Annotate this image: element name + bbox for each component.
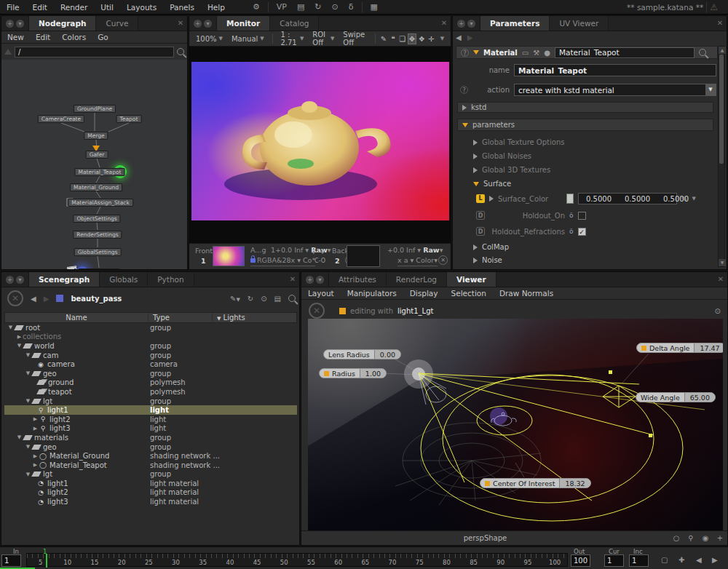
manip-center-of-interest[interactable]: Center Of Interest 18.32 <box>480 478 591 488</box>
scroll-down-icon[interactable]: ▼ <box>719 259 726 266</box>
link-icon[interactable]: C-O <box>314 258 325 264</box>
kstd-group[interactable]: kstd <box>457 102 713 113</box>
add-icon[interactable]: + <box>713 534 727 542</box>
scrollbar[interactable]: ▲ ▼ <box>718 46 725 267</box>
menu-render[interactable]: Render <box>54 0 94 15</box>
pixel-probe-icon[interactable]: ✎ <box>380 35 388 43</box>
node-search-input[interactable] <box>15 47 174 57</box>
clapperboard-icon[interactable]: ▦ <box>365 2 383 12</box>
manip-radius[interactable]: Radius 1.00 <box>319 368 387 378</box>
pane-menu-icon[interactable]: ▾ <box>16 20 24 28</box>
more-dropdown[interactable]: ▼ <box>437 36 448 41</box>
forward-icon[interactable]: ▶ <box>44 295 50 303</box>
zoom-dropdown[interactable]: 100%▼ <box>192 35 226 43</box>
tab-curve[interactable]: Curve <box>96 16 138 31</box>
frame-ruler[interactable]: 5101520253035404550556065707580859095100… <box>26 553 568 567</box>
manip-lens-radius[interactable]: Lens Radius 0.00 <box>323 349 401 359</box>
menu-edit[interactable]: Edit <box>30 31 56 43</box>
inc-field[interactable] <box>629 554 649 567</box>
tree-row-materials[interactable]: ▼materialsgroup <box>4 433 297 442</box>
ratio-dropdown[interactable]: 1 : 2.71▼ <box>277 31 307 47</box>
material-header[interactable]: ? Material ▭ ⚒ ● <box>456 46 718 59</box>
tree-row-light2[interactable]: ▶⚲light2light <box>4 415 297 424</box>
tree-row-material-ground[interactable]: ▶◯Material_Groundshading network ... <box>4 451 297 461</box>
roi-dropdown[interactable]: ROI Off▼ <box>309 31 338 47</box>
expand-icon[interactable] <box>473 50 479 55</box>
menu-help[interactable]: Help <box>201 0 232 15</box>
next-key-icon[interactable]: ▶ <box>712 556 718 564</box>
node-graph-canvas[interactable]: ≡ GroundPlane CameraCreate Teapot Merge … <box>1 60 187 269</box>
search-icon[interactable] <box>177 48 184 55</box>
pane-split-icon[interactable]: + <box>457 20 465 28</box>
dot-icon[interactable]: ● <box>544 49 550 57</box>
expanded-icon[interactable] <box>462 123 468 127</box>
node-groundplane[interactable]: GroundPlane <box>74 105 116 113</box>
camera-name-label[interactable]: perspShape <box>301 534 669 542</box>
default-badge[interactable]: D <box>476 227 485 236</box>
menu-new[interactable]: New <box>1 31 30 43</box>
holdout-on-checkbox[interactable] <box>578 212 586 220</box>
tree-row-geo[interactable]: ▼geogroup <box>4 369 297 378</box>
tree-row-teapot[interactable]: teapotpolymesh <box>4 387 297 397</box>
node-objectsettings[interactable]: ObjectSettings <box>73 215 120 223</box>
compare-icon[interactable]: ❖ <box>418 35 426 43</box>
out-field[interactable] <box>571 554 590 567</box>
clear-view-icon[interactable]: ✕ <box>7 290 23 306</box>
manip-wide-angle[interactable]: Wide Angle 65.00 <box>636 392 716 402</box>
pen-icon[interactable]: ✎ <box>681 195 687 203</box>
tab-catalog[interactable]: Catalog <box>270 16 319 31</box>
menu-go[interactable]: Go <box>92 31 114 43</box>
manip-delta-angle[interactable]: Delta Angle 17.47 <box>636 343 723 353</box>
front-aov[interactable]: A...g <box>250 246 266 254</box>
tab-nodegraph[interactable]: Nodegraph <box>29 16 96 31</box>
tree-row-lgt-light1[interactable]: ◔light1light material <box>4 479 297 488</box>
gear-icon[interactable]: ⚙ <box>248 2 265 12</box>
search-icon[interactable] <box>288 295 296 302</box>
back-icon[interactable]: ◀ <box>31 295 36 303</box>
chevron-down-icon[interactable]: ▼ <box>705 84 716 95</box>
viewport-toggle[interactable]: VP <box>272 2 292 12</box>
viewport-3d[interactable]: Lens Radius 0.00 Radius 1.00 Delta Angle… <box>308 319 723 530</box>
refresh-icon[interactable]: ↻ <box>248 295 253 303</box>
column-lights[interactable]: ▼ Lights <box>212 314 245 322</box>
tree-row-root[interactable]: ▼rootgroup <box>4 323 297 333</box>
node-material-teapot[interactable]: Material_Teapot <box>74 168 124 176</box>
close-icon[interactable]: ✕ <box>713 16 727 31</box>
collapsed-icon[interactable] <box>489 196 494 202</box>
tab-uv-viewer[interactable]: UV Viewer <box>550 16 609 31</box>
power-icon[interactable]: ⊙ <box>715 307 721 315</box>
prev-key-icon[interactable]: ◀ <box>696 556 702 564</box>
default-badge[interactable]: D <box>476 211 485 220</box>
tree-row-cam[interactable]: ▼camgroup <box>4 351 297 360</box>
tree-row-ground[interactable]: groundpolymesh <box>4 378 297 388</box>
node-material-ground[interactable]: Material_Ground <box>70 183 122 191</box>
power-icon[interactable]: ⊙ <box>327 2 344 12</box>
tab-renderlog[interactable]: RenderLog <box>387 272 447 287</box>
menu-manipulators[interactable]: Manipulators <box>341 287 403 299</box>
pen-icon[interactable]: ✎▼ <box>230 295 240 303</box>
back-icon[interactable]: ◀ <box>456 33 462 41</box>
layers-icon[interactable]: ❏ <box>398 35 406 43</box>
slate-icon[interactable]: ▤ <box>292 2 309 12</box>
node-beauty-pass[interactable]: beauty_pass <box>78 268 119 269</box>
back-channels[interactable]: x a ▾ Color▾ <box>397 256 438 266</box>
collapsed-icon[interactable] <box>462 105 467 111</box>
menu-draw-normals[interactable]: Draw Normals <box>493 287 560 299</box>
close-icon[interactable]: ✕ <box>286 272 299 287</box>
close-icon[interactable]: ✕ <box>714 272 727 287</box>
tree-row-materials-lgt[interactable]: ▼lgtgroup <box>4 470 297 480</box>
pane-split-icon[interactable]: + <box>194 20 202 28</box>
back-exposure[interactable]: +0.0 Inf ▾ Raw▾ <box>387 246 443 254</box>
node-name-input[interactable] <box>555 47 695 58</box>
expression-icon[interactable]: δ <box>344 2 359 12</box>
group-global-3d-textures[interactable]: Global 3D Textures <box>473 166 550 174</box>
group-surface[interactable]: Surface <box>473 180 511 188</box>
stopwatch-icon[interactable]: ŏ <box>569 212 574 219</box>
monitor-icon[interactable]: ▤ <box>274 295 281 303</box>
cur-field[interactable] <box>604 554 624 567</box>
tree-row-world[interactable]: ▼worldgroup <box>4 341 297 351</box>
chevron-down-icon[interactable]: ▼ <box>692 196 695 202</box>
menu-colors[interactable]: Colors <box>56 31 92 43</box>
column-type[interactable]: Type <box>148 314 212 322</box>
pane-menu-icon[interactable]: ▾ <box>16 276 24 284</box>
